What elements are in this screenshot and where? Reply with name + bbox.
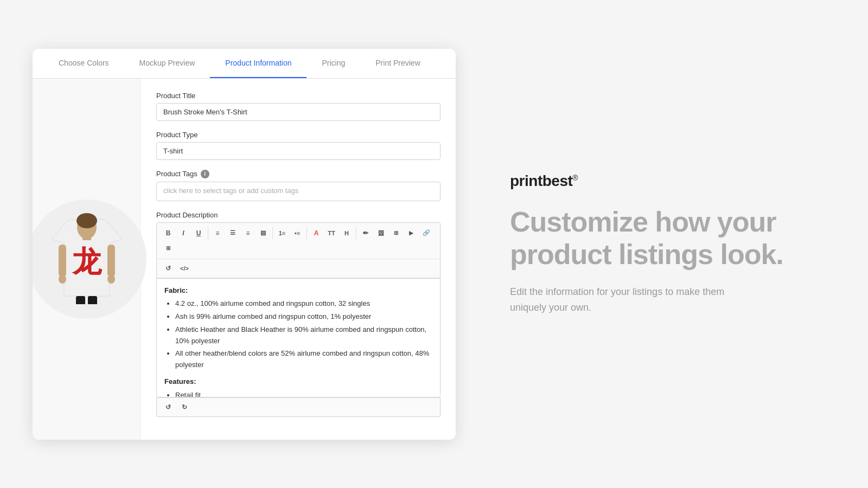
toolbar-undo-bottom[interactable]: ↺ xyxy=(161,400,175,414)
editor-toolbar-row1: B I U ≡ ☰ ≡ ▤ 1≡ •≡ A TT H xyxy=(156,222,441,259)
product-title-input[interactable] xyxy=(156,103,441,121)
svg-rect-4 xyxy=(59,245,66,277)
tab-pricing[interactable]: Pricing xyxy=(307,49,360,78)
marketing-headline: Customize how your product listings look… xyxy=(510,206,825,271)
product-tags-group: Product Tags i click here to select tags… xyxy=(156,170,441,201)
fabric-list: 4.2 oz., 100% airlume combed and ringspu… xyxy=(164,298,432,371)
svg-point-7 xyxy=(107,275,115,284)
product-description-group: Product Description B I U ≡ ☰ ≡ ▤ 1≡ xyxy=(156,211,441,417)
toolbar-table[interactable]: ⊞ xyxy=(389,226,403,240)
svg-point-1 xyxy=(76,213,97,228)
editor-bottom-toolbar: ↺ ↻ xyxy=(156,397,441,417)
fabric-item-1: 4.2 oz., 100% airlume combed and ringspu… xyxy=(175,298,432,310)
product-type-input[interactable] xyxy=(156,142,441,160)
product-tags-input[interactable]: click here to select tags or add custom … xyxy=(156,182,441,201)
product-type-label: Product Type xyxy=(156,131,441,139)
toolbar-code[interactable]: </> xyxy=(177,261,192,275)
toolbar-align-right[interactable]: ≡ xyxy=(241,226,255,240)
toolbar-align-center[interactable]: ☰ xyxy=(226,226,240,240)
product-type-group: Product Type xyxy=(156,131,441,160)
toolbar-align-left[interactable]: ≡ xyxy=(210,226,225,240)
toolbar-font-color[interactable]: A xyxy=(309,226,323,240)
toolbar-undo[interactable]: ↺ xyxy=(161,261,175,275)
form-area: Product Title Product Type Product Tags … xyxy=(141,79,456,440)
fabric-label: Fabric: xyxy=(164,285,432,297)
toolbar-align-justify[interactable]: ▤ xyxy=(256,226,270,240)
svg-rect-8 xyxy=(76,296,85,304)
marketing-subtext: Edit the information for your listings t… xyxy=(510,284,738,316)
toolbar-video[interactable]: ▶ xyxy=(404,226,418,240)
tab-mockup-preview[interactable]: Mockup Preview xyxy=(124,49,210,78)
product-tags-label: Product Tags i xyxy=(156,170,441,178)
toolbar-underline[interactable]: U xyxy=(192,226,206,240)
svg-rect-9 xyxy=(88,296,97,304)
toolbar-pen[interactable]: ✏ xyxy=(359,226,373,240)
product-title-label: Product Title xyxy=(156,92,441,100)
editor-toolbar-row2: ↺ </> xyxy=(156,259,441,278)
feature-item-1: Retail fit xyxy=(175,390,432,397)
svg-rect-5 xyxy=(107,245,115,277)
tab-product-information[interactable]: Product Information xyxy=(210,49,307,78)
product-description-label: Product Description xyxy=(156,211,441,219)
tags-info-icon[interactable]: i xyxy=(201,170,209,178)
brand-name: printbest® xyxy=(510,172,825,190)
app-panel: Choose Colors Mockup Preview Product Inf… xyxy=(33,49,456,440)
toolbar-sep-2 xyxy=(272,227,273,240)
product-image-area: 龙 xyxy=(33,79,141,440)
tab-print-preview[interactable]: Print Preview xyxy=(360,49,435,78)
svg-point-6 xyxy=(59,275,66,284)
svg-rect-2 xyxy=(82,234,91,240)
toolbar-font-size[interactable]: TT xyxy=(324,226,339,240)
toolbar-italic[interactable]: I xyxy=(176,226,190,240)
tabs-bar: Choose Colors Mockup Preview Product Inf… xyxy=(33,49,456,79)
marketing-panel: printbest® Customize how your product li… xyxy=(499,162,835,326)
toolbar-unordered-list[interactable]: •≡ xyxy=(290,226,304,240)
content-area: 龙 xyxy=(33,79,456,440)
page-container: Choose Colors Mockup Preview Product Inf… xyxy=(0,0,868,488)
toolbar-heading[interactable]: H xyxy=(340,226,354,240)
toolbar-sep-3 xyxy=(307,227,307,240)
toolbar-image[interactable]: 🖼 xyxy=(374,226,388,240)
tab-choose-colors[interactable]: Choose Colors xyxy=(43,49,124,78)
features-label: Features: xyxy=(164,376,432,388)
features-list: Retail fit Unisex sizing Shoulder taping… xyxy=(164,390,432,397)
toolbar-grid[interactable]: ⊞ xyxy=(161,241,175,255)
fabric-item-2: Ash is 99% airlume combed and ringspun c… xyxy=(175,311,432,323)
toolbar-sep-4 xyxy=(356,227,356,240)
toolbar-bold[interactable]: B xyxy=(161,226,175,240)
product-image: 龙 xyxy=(49,212,125,306)
toolbar-sep-1 xyxy=(208,227,208,240)
fabric-item-3: Athletic Heather and Black Heather is 90… xyxy=(175,324,432,347)
fabric-item-4: All other heather/blend colors are 52% a… xyxy=(175,348,432,371)
toolbar-redo-bottom[interactable]: ↻ xyxy=(177,400,192,414)
editor-content[interactable]: Fabric: 4.2 oz., 100% airlume combed and… xyxy=(156,278,441,397)
toolbar-link[interactable]: 🔗 xyxy=(419,226,433,240)
product-title-group: Product Title xyxy=(156,92,441,121)
svg-text:龙: 龙 xyxy=(72,246,103,278)
toolbar-ordered-list[interactable]: 1≡ xyxy=(275,226,289,240)
